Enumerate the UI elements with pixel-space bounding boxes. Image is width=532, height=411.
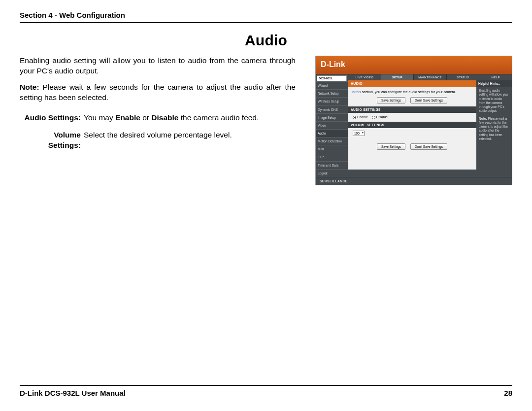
shot-footer: SURVEILLANCE [316,177,512,185]
tab-help[interactable]: HELP [479,74,512,81]
save-button-bottom[interactable]: Save Settings [377,143,405,150]
body-text: Enabling audio setting will allow you to… [20,56,296,157]
def-label: Audio Settings: [20,113,84,123]
dont-save-button-bottom[interactable]: Don't Save Settings [410,143,447,150]
model-label: DCS-932L [317,75,347,82]
hints-text-1: Enabling audio setting will allow you to… [476,87,512,115]
def-label: Volume Settings: [20,130,84,151]
top-tabs: LIVE VIDEO SETUP MAINTENANCE STATUS HELP [348,74,512,81]
disable-label: Disable [376,115,388,119]
volume-select[interactable]: 100 [353,131,365,136]
radio-disable[interactable] [372,116,375,119]
panel-title: AUDIO [348,80,476,87]
enable-label: Enable [357,115,368,119]
sidebar-item-time[interactable]: Time and Date [316,161,348,169]
radio-enable[interactable] [353,116,356,119]
dont-save-button-top[interactable]: Don't Save Settings [410,97,447,103]
sidebar-item-network[interactable]: Network Setup [316,89,348,97]
tab-setup[interactable]: SETUP [381,74,414,81]
def-text: Select the desired volume percentage lev… [84,130,296,151]
sidebar-item-mail[interactable]: Mail [316,145,348,153]
save-button-top[interactable]: Save Settings [377,97,405,103]
brand-logo: D-Link [321,60,345,69]
footer-left: D-Link DCS-932L User Manual [20,389,126,397]
tab-maintenance[interactable]: MAINTENANCE [413,74,446,81]
tab-live-video[interactable]: LIVE VIDEO [348,74,381,81]
sidebar-item-ddns[interactable]: Dynamic DNS [316,105,348,113]
hints-title: Helpful Hints.. [476,80,512,87]
paragraph-note: Note: Please wait a few seconds for the … [20,82,296,103]
audio-settings-header: AUDIO SETTINGS [348,106,476,113]
panel-description: In this section, you can configure the a… [348,87,476,95]
sidebar-item-video[interactable]: Video [316,121,348,129]
sidebar-item-audio[interactable]: Audio [316,129,348,137]
sidebar: DCS-932L Wizard Network Setup Wireless S… [316,74,348,177]
brand-header: D-Link [316,56,512,74]
sidebar-item-wireless[interactable]: Wireless Setup [316,97,348,105]
sidebar-item-motion[interactable]: Motion Detection [316,137,348,145]
footer-page-number: 28 [504,389,512,397]
volume-settings-body: 100 [348,128,476,138]
sidebar-item-logout[interactable]: Logout [316,169,348,177]
page-title: Audio [20,32,512,49]
hints-text-2: Note: Please wait a few seconds for the … [476,115,512,143]
def-volume-settings: Volume Settings: Select the desired volu… [20,130,296,151]
hints-panel: Helpful Hints.. Enabling audio setting w… [476,80,512,170]
volume-settings-header: VOLUME SETTINGS [348,122,476,128]
def-audio-settings: Audio Settings: You may Enable or Disabl… [20,113,296,123]
def-text: You may Enable or Disable the camera aud… [84,113,296,123]
embedded-screenshot: D-Link DCS-932L Wizard Network Setup Wir… [315,56,512,185]
page-footer: D-Link DCS-932L User Manual 28 [20,385,512,397]
sidebar-item-wizard[interactable]: Wizard [316,81,348,89]
section-header: Section 4 - Web Configuration [20,11,512,23]
sidebar-item-image[interactable]: Image Setup [316,113,348,121]
sidebar-item-ftp[interactable]: FTP [316,153,348,161]
tab-status[interactable]: STATUS [446,74,479,81]
note-label: Note: [20,83,39,91]
note-text: Please wait a few seconds for the camera… [20,83,296,102]
audio-settings-body: Enable Disable [348,113,476,122]
paragraph-1: Enabling audio setting will allow you to… [20,56,296,76]
